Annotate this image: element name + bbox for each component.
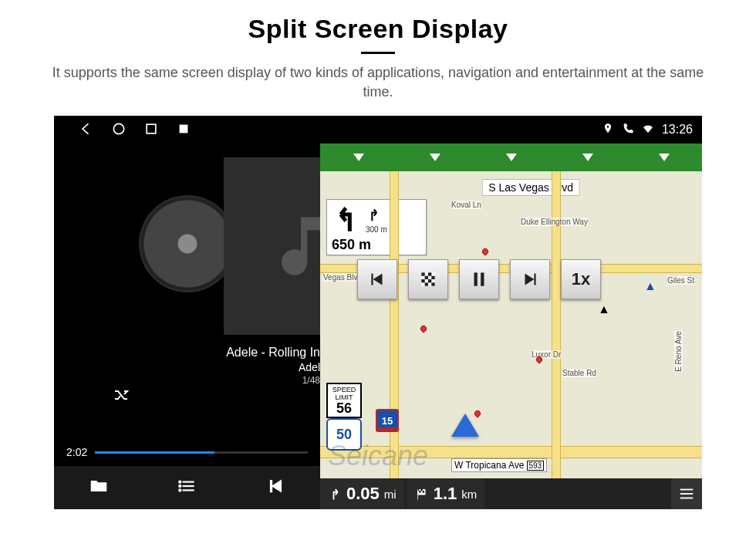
phone-icon bbox=[622, 123, 634, 137]
street-label: Duke Ellington Way bbox=[521, 218, 588, 226]
recents-icon[interactable] bbox=[143, 121, 159, 139]
seek-fill bbox=[95, 451, 214, 454]
poi-pin[interactable] bbox=[419, 325, 427, 333]
track-artist: Adel bbox=[226, 361, 320, 373]
status-bar: 13:26 bbox=[54, 116, 702, 144]
svg-rect-22 bbox=[420, 489, 422, 491]
playlist-button[interactable] bbox=[177, 476, 197, 499]
svg-rect-23 bbox=[419, 491, 420, 493]
home-icon[interactable] bbox=[111, 121, 127, 139]
svg-rect-10 bbox=[421, 273, 424, 276]
svg-rect-24 bbox=[422, 491, 424, 493]
dest-flag-icon bbox=[415, 487, 429, 501]
address-number: 593 bbox=[527, 461, 545, 471]
dest-distance-readout[interactable]: 1.1km bbox=[407, 478, 485, 509]
svg-rect-19 bbox=[481, 273, 484, 286]
sim-prev-button[interactable] bbox=[357, 259, 397, 299]
screenshot-icon[interactable] bbox=[176, 121, 191, 139]
page-subtitle: It supports the same screen display of t… bbox=[46, 63, 710, 102]
lane-arrow-icon bbox=[582, 154, 593, 161]
nav-menu-button[interactable] bbox=[671, 478, 702, 509]
svg-point-7 bbox=[179, 485, 181, 487]
svg-rect-11 bbox=[428, 273, 431, 276]
speed-limit-value: 56 bbox=[328, 401, 360, 415]
wifi-icon bbox=[642, 123, 654, 137]
svg-rect-12 bbox=[425, 276, 428, 279]
clock-text: 13:26 bbox=[662, 123, 693, 137]
navigation-pane: S Las Vegas Blvd 300 m 650 m Koval Ln bbox=[320, 144, 702, 509]
svg-rect-25 bbox=[417, 489, 418, 500]
prev-track-button[interactable] bbox=[266, 476, 286, 499]
speed-limit-sign: SPEED LIMIT 56 bbox=[326, 383, 362, 418]
street-label: Giles St bbox=[667, 276, 694, 285]
location-icon bbox=[602, 123, 614, 137]
sim-flag-button[interactable] bbox=[408, 259, 448, 299]
svg-point-6 bbox=[179, 481, 181, 483]
seek-bar[interactable] bbox=[95, 451, 308, 454]
svg-rect-13 bbox=[431, 276, 434, 279]
street-label: Vegas Blvd bbox=[323, 273, 362, 282]
back-icon[interactable] bbox=[79, 121, 94, 139]
svg-rect-17 bbox=[431, 283, 434, 286]
lane-arrow-icon bbox=[430, 154, 440, 161]
title-underline bbox=[361, 52, 395, 54]
lane-arrow-icon bbox=[659, 154, 670, 161]
lane-guidance-bar bbox=[320, 144, 702, 171]
map-canvas[interactable]: Koval Ln Duke Ellington Way Giles St E R… bbox=[320, 171, 702, 478]
lane-arrow-icon bbox=[353, 154, 364, 161]
track-count: 1/48 bbox=[226, 375, 320, 386]
track-title: Adele - Rolling In bbox=[226, 346, 320, 360]
nav-bottom-bar: 0.05mi 1.1km bbox=[320, 478, 702, 509]
music-placeholder-tile bbox=[224, 157, 320, 335]
svg-rect-26 bbox=[680, 489, 694, 491]
street-label: Koval Ln bbox=[451, 201, 481, 209]
turn-icon bbox=[328, 487, 342, 501]
music-player-pane: Adele - Rolling In Adel 1/48 2:02 bbox=[54, 144, 320, 509]
svg-point-0 bbox=[113, 123, 123, 133]
street-label: E Reno Ave bbox=[674, 332, 683, 373]
poi-landmark-icon[interactable]: ▲ bbox=[644, 279, 656, 293]
svg-rect-14 bbox=[421, 279, 424, 282]
vehicle-cursor-icon bbox=[451, 414, 479, 437]
route-shield: 50 bbox=[326, 418, 362, 451]
svg-rect-16 bbox=[425, 283, 428, 286]
cross-street-label: W Tropicana Ave593 bbox=[451, 458, 547, 472]
svg-rect-18 bbox=[474, 273, 478, 286]
sim-next-button[interactable] bbox=[510, 259, 550, 299]
svg-rect-1 bbox=[147, 124, 156, 133]
svg-rect-15 bbox=[428, 279, 431, 282]
svg-point-8 bbox=[179, 490, 181, 491]
turn-distance-readout[interactable]: 0.05mi bbox=[320, 478, 404, 509]
svg-rect-27 bbox=[680, 493, 694, 495]
street-label: Stable Rd bbox=[562, 369, 596, 377]
poi-landmark-icon[interactable]: ▲ bbox=[598, 302, 610, 316]
album-art[interactable] bbox=[141, 198, 234, 290]
speed-limit-label: SPEED LIMIT bbox=[328, 386, 360, 401]
lane-arrow-icon bbox=[506, 154, 517, 161]
folder-button[interactable] bbox=[89, 476, 109, 499]
sim-pause-button[interactable] bbox=[459, 259, 499, 299]
svg-rect-2 bbox=[180, 125, 187, 133]
shuffle-button[interactable] bbox=[113, 386, 131, 407]
svg-rect-28 bbox=[680, 498, 694, 499]
sim-speed-button[interactable]: 1x bbox=[561, 259, 601, 299]
music-note-icon bbox=[262, 208, 320, 285]
device-frame: 13:26 Adele - Rolling In Adel 1/48 2:02 bbox=[54, 116, 702, 509]
poi-pin[interactable] bbox=[481, 248, 489, 256]
interstate-shield: 15 bbox=[376, 409, 399, 432]
elapsed-time: 2:02 bbox=[66, 446, 87, 458]
page-title: Split Screen Display bbox=[0, 14, 756, 44]
